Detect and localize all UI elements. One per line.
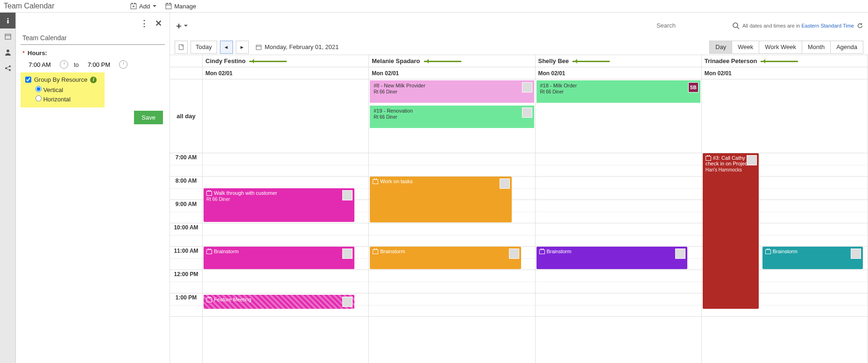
hours-label: Hours: [28, 50, 47, 57]
hour-label: 1:00 PM [170, 293, 202, 317]
sidebar-close-icon[interactable]: ✕ [155, 18, 162, 28]
svg-line-18 [7, 69, 9, 70]
pdf-icon [178, 44, 184, 50]
sidebar-menu-icon[interactable]: ⋮ [140, 18, 148, 28]
next-button[interactable]: ▸ [236, 41, 249, 54]
svg-line-20 [737, 27, 739, 29]
time-slot[interactable] [369, 293, 535, 317]
resource-header: Cindy Festino [203, 55, 368, 67]
time-slot[interactable] [536, 200, 701, 223]
refresh-icon[interactable] [857, 22, 863, 29]
calendar-event[interactable]: Brainstorm [536, 247, 687, 269]
view-switcher: DayWeekWork WeekMonthAgenda [710, 41, 863, 54]
clock-icon[interactable] [119, 60, 127, 69]
view-month[interactable]: Month [802, 41, 831, 54]
info-icon[interactable]: i [90, 77, 97, 83]
rail-user[interactable] [0, 44, 15, 60]
hours-from-input[interactable] [25, 61, 54, 68]
svg-rect-22 [256, 45, 261, 50]
event-icon [206, 191, 212, 196]
avatar [342, 190, 353, 200]
rail-share[interactable] [0, 60, 15, 76]
arrow-icon [249, 59, 291, 63]
clock-icon[interactable] [60, 60, 68, 69]
calendar-icon[interactable] [255, 44, 262, 50]
allday-event[interactable]: #18 - Milk OrderRt 66 DinerSB [536, 80, 700, 103]
prev-button[interactable]: ◂ [220, 41, 233, 54]
group-by-resource-box: Group By Resource i Vertical Horizontal [21, 72, 105, 107]
opt-horizontal-label: Horizontal [43, 96, 71, 103]
date-header: Mon 02/01 [203, 67, 368, 79]
view-day[interactable]: Day [709, 41, 732, 54]
time-slot[interactable] [369, 223, 535, 247]
search-input[interactable] [655, 20, 729, 31]
time-slot[interactable] [536, 270, 701, 293]
new-event-button[interactable]: ＋ [175, 19, 188, 32]
view-week[interactable]: Week [732, 41, 759, 54]
opt-vertical[interactable]: Vertical [35, 86, 100, 93]
view-agenda[interactable]: Agenda [830, 41, 863, 54]
calendar-event[interactable]: Walk through with customerRt 66 Diner [204, 188, 354, 222]
add-button[interactable]: Add [130, 2, 156, 10]
rail-info[interactable] [0, 13, 15, 28]
rail-calendar[interactable] [0, 28, 15, 44]
allday-cell[interactable] [203, 79, 368, 153]
allday-cell[interactable]: #8 - New Milk ProviderRt 66 Diner#19 - R… [369, 79, 535, 153]
time-slot[interactable] [369, 153, 535, 177]
timezone-link[interactable]: Eastern Standard Time [801, 23, 854, 28]
svg-rect-3 [132, 3, 133, 4]
caret-down-icon [184, 25, 188, 28]
calendar-event[interactable]: Brainstorm [762, 247, 863, 269]
svg-point-16 [9, 69, 11, 71]
caret-down-icon [153, 5, 156, 9]
avatar [675, 249, 685, 259]
manage-button[interactable]: Manage [165, 2, 196, 10]
time-slot[interactable] [203, 270, 368, 293]
arrow-icon [424, 59, 466, 63]
calendar-event[interactable]: Feature Meeting [204, 295, 354, 309]
avatar [747, 155, 757, 165]
opt-horizontal[interactable]: Horizontal [35, 95, 100, 103]
allday-cell[interactable]: #18 - Milk OrderRt 66 DinerSB [536, 79, 701, 153]
timezone-note: All dates and times are in Eastern Stand… [742, 23, 854, 28]
allday-event[interactable]: #19 - RenovationRt 66 Diner [370, 106, 534, 128]
time-slot[interactable] [369, 270, 535, 293]
info-icon [4, 17, 12, 24]
time-slot[interactable] [203, 153, 368, 177]
time-slot[interactable] [536, 293, 701, 317]
group-label: Group By Resource [34, 76, 87, 83]
svg-rect-4 [134, 3, 135, 4]
sidebar-title: Team Calendar [21, 32, 165, 45]
hour-label: 11:00 AM [170, 247, 202, 270]
group-checkbox[interactable] [25, 77, 31, 83]
manage-label: Manage [174, 3, 196, 10]
avatar [522, 82, 532, 93]
svg-rect-8 [169, 3, 170, 4]
calendar-icon [4, 33, 12, 40]
calendar-event[interactable]: #3: Call Cathy to check in on ProjectHan… [703, 153, 759, 309]
calendar-event[interactable]: Brainstorm [370, 247, 521, 269]
time-slot[interactable] [536, 223, 701, 247]
export-button[interactable] [175, 41, 188, 54]
hours-to-input[interactable] [85, 61, 113, 68]
hour-label: 8:00 AM [170, 177, 202, 200]
search-icon[interactable] [732, 22, 740, 29]
event-icon [206, 298, 212, 302]
allday-event[interactable]: #8 - New Milk ProviderRt 66 Diner [370, 80, 534, 103]
save-button[interactable]: Save [134, 111, 163, 124]
today-button[interactable]: Today [191, 41, 217, 54]
current-date: Monday, February 01, 2021 [265, 43, 339, 50]
avatar [509, 249, 519, 259]
add-icon [130, 2, 137, 10]
time-slot[interactable] [536, 153, 701, 177]
share-icon [4, 64, 12, 72]
calendar-event[interactable]: Brainstorm [204, 247, 354, 269]
opt-vertical-label: Vertical [43, 86, 64, 93]
time-slot[interactable] [203, 223, 368, 247]
calendar-event[interactable]: Work on tasks [370, 177, 511, 222]
svg-rect-21 [179, 44, 183, 50]
time-slot[interactable] [536, 177, 701, 200]
allday-cell[interactable] [702, 79, 868, 153]
view-work-week[interactable]: Work Week [759, 41, 802, 54]
avatar [851, 249, 861, 259]
